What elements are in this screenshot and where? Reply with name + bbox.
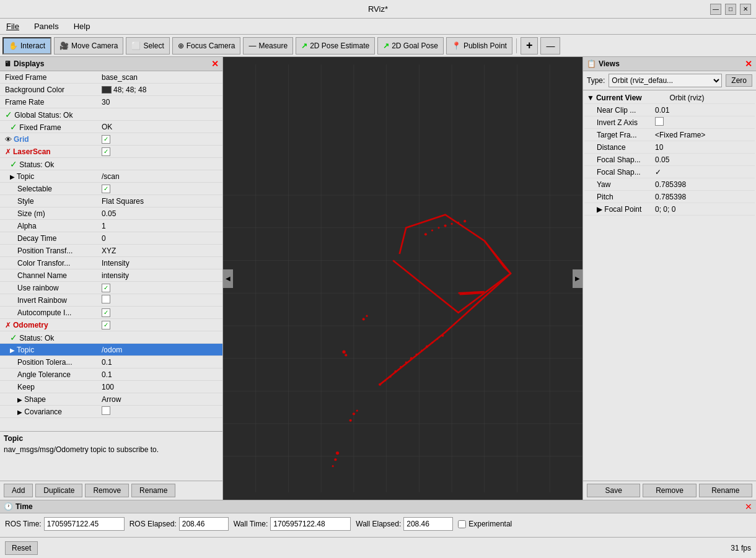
- select-icon: ⬜: [131, 41, 141, 50]
- decay-time-label: Decay Time: [2, 234, 102, 243]
- toolbar-separator: [516, 38, 517, 53]
- description-title: Topic: [4, 434, 219, 443]
- fixed-frame-value: base_scan: [102, 73, 220, 82]
- measure-button[interactable]: — Measure: [243, 37, 293, 54]
- current-view-arrow[interactable]: ▼: [587, 94, 594, 102]
- views-close-button[interactable]: ✕: [745, 59, 752, 69]
- odometry-topic-row[interactable]: ▶ Topic /odom: [0, 344, 222, 356]
- close-button[interactable]: ✕: [740, 4, 751, 15]
- wall-time-input[interactable]: [270, 517, 351, 531]
- svg-rect-0: [223, 64, 582, 492]
- color-swatch[interactable]: [102, 86, 112, 94]
- menu-help[interactable]: Help: [70, 20, 94, 32]
- laserscan-error-icon: ✗: [5, 147, 11, 156]
- experimental-checkbox[interactable]: [458, 520, 466, 528]
- svg-point-22: [389, 376, 391, 378]
- use-rainbow-value[interactable]: [102, 283, 220, 292]
- displays-close-button[interactable]: ✕: [211, 59, 219, 69]
- views-zero-button[interactable]: Zero: [726, 74, 752, 87]
- current-view-type: Orbit (rviz): [670, 94, 753, 102]
- focal-shape2-value: ✓: [655, 168, 752, 177]
- grid-checkbox-value[interactable]: [102, 134, 220, 144]
- autocompute-checkbox[interactable]: [102, 308, 110, 317]
- size-value: 0.05: [102, 209, 220, 218]
- covariance-checkbox[interactable]: [102, 406, 110, 415]
- maximize-button[interactable]: □: [725, 4, 736, 15]
- laserscan-checkbox[interactable]: [102, 147, 110, 156]
- svg-point-28: [421, 349, 423, 351]
- frame-rate-value: 30: [102, 98, 220, 107]
- reset-button[interactable]: Reset: [5, 541, 38, 555]
- time-close-button[interactable]: ✕: [745, 502, 752, 512]
- view-collapse-right[interactable]: ▶: [573, 269, 582, 288]
- remove-button[interactable]: Remove: [85, 484, 129, 497]
- interact-button[interactable]: ✋ Interact: [2, 37, 51, 54]
- move-camera-button[interactable]: 🎥 Move Camera: [54, 37, 123, 54]
- wall-elapsed-label: Wall Elapsed:: [356, 520, 401, 528]
- odometry-checkbox-value[interactable]: [102, 320, 220, 329]
- fixed-frame-row: Fixed Frame base_scan: [0, 71, 222, 84]
- decay-time-value: 0: [102, 234, 220, 243]
- window-controls: — □ ✕: [710, 4, 751, 15]
- odometry-error-icon: ✗: [5, 321, 11, 329]
- use-rainbow-checkbox[interactable]: [102, 284, 110, 292]
- focus-camera-button[interactable]: ⊕ Focus Camera: [172, 37, 241, 54]
- laserscan-status-row: ✓ Status: Ok: [0, 158, 222, 170]
- laserscan-label: ✗ LaserScan: [2, 147, 102, 156]
- focal-point-label: ▶ Focal Point: [587, 205, 655, 214]
- covariance-value[interactable]: [102, 406, 220, 417]
- color-transform-row: Color Transfor... Intensity: [0, 257, 222, 269]
- angle-tolerance-value: 0.1: [102, 370, 220, 379]
- ros-time-input[interactable]: [44, 517, 125, 531]
- views-rename-button[interactable]: Rename: [699, 484, 752, 497]
- add-button[interactable]: +: [521, 37, 538, 54]
- displays-scroll[interactable]: Fixed Frame base_scan Background Color 4…: [0, 71, 222, 431]
- goal-pose-button[interactable]: ↗ 2D Goal Pose: [377, 37, 444, 54]
- minimize-button[interactable]: —: [710, 4, 721, 15]
- views-save-button[interactable]: Save: [587, 484, 640, 497]
- autocompute-value[interactable]: [102, 308, 220, 317]
- views-remove-button[interactable]: Remove: [643, 484, 696, 497]
- odometry-checkbox[interactable]: [102, 321, 110, 329]
- view-collapse-left[interactable]: ◀: [223, 269, 233, 288]
- window-title: RViz*: [368, 4, 388, 14]
- svg-point-29: [426, 346, 428, 348]
- svg-point-44: [334, 458, 336, 461]
- size-label: Size (m): [2, 209, 102, 218]
- invert-rainbow-checkbox[interactable]: [102, 295, 110, 303]
- selectable-value[interactable]: [102, 184, 220, 193]
- add-display-button[interactable]: Add: [4, 484, 33, 497]
- rename-button[interactable]: Rename: [131, 484, 175, 497]
- invert-rainbow-row: Invert Rainbow: [0, 294, 222, 307]
- invert-z-checkbox[interactable]: [655, 117, 664, 126]
- selectable-checkbox[interactable]: [102, 185, 110, 193]
- svg-point-45: [332, 465, 334, 467]
- position-tolerance-row: Position Tolera... 0.1: [0, 356, 222, 368]
- monitor-icon: 🖥: [4, 59, 11, 68]
- position-tolerance-label: Position Tolera...: [2, 358, 102, 367]
- laserscan-checkbox-value[interactable]: [102, 147, 220, 156]
- views-header-left: 📋 Views: [587, 59, 620, 68]
- remove-toolbar-button[interactable]: —: [540, 37, 560, 54]
- laserscan-row: ✗ LaserScan: [0, 146, 222, 158]
- plus-icon: +: [526, 39, 533, 52]
- ros-elapsed-input[interactable]: [179, 517, 229, 531]
- invert-rainbow-value[interactable]: [102, 295, 220, 305]
- views-type-select[interactable]: Orbit (rviz_defau...: [609, 74, 722, 87]
- focal-point-arrow[interactable]: ▶: [597, 205, 602, 214]
- select-button[interactable]: ⬜ Select: [126, 37, 169, 54]
- menu-panels[interactable]: Panels: [30, 20, 63, 32]
- publish-point-button[interactable]: 📍 Publish Point: [446, 37, 512, 54]
- pose-estimate-button[interactable]: ↗ 2D Pose Estimate: [296, 37, 375, 54]
- invert-z-value[interactable]: [655, 117, 752, 128]
- svg-point-31: [436, 338, 438, 339]
- grid-checkbox[interactable]: [102, 135, 110, 144]
- 3d-view[interactable]: ◀: [223, 57, 582, 500]
- views-title: Views: [599, 59, 620, 68]
- views-icon: 📋: [587, 59, 596, 68]
- menu-file[interactable]: File: [2, 20, 23, 32]
- wall-elapsed-input[interactable]: [403, 517, 453, 531]
- duplicate-button[interactable]: Duplicate: [35, 484, 82, 497]
- status-bar: Reset 31 fps: [0, 537, 756, 558]
- svg-point-34: [431, 229, 433, 231]
